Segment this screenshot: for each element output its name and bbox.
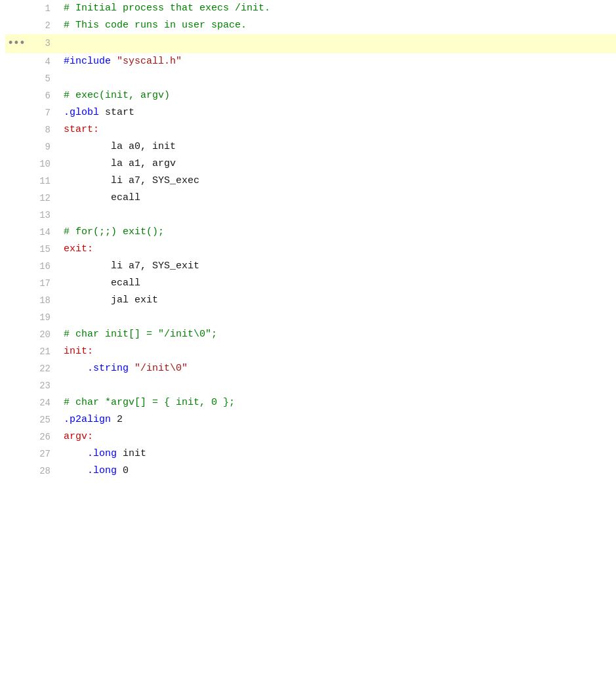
code-line: 24# char *argv[] = { init, 0 };	[5, 394, 616, 411]
code-line: 10 la a1, argv	[5, 155, 616, 173]
code-line: 27 .long init	[5, 445, 616, 463]
code-line: 19	[5, 309, 616, 326]
line-code[interactable]: .string "/init\0"	[61, 360, 616, 377]
code-line: 5	[5, 70, 616, 87]
code-line: 23	[5, 377, 616, 394]
line-code[interactable]: # Initial process that execs /init.	[61, 0, 616, 17]
line-code[interactable]: argv:	[61, 428, 616, 445]
line-code[interactable]: ecall	[61, 275, 616, 292]
line-code[interactable]	[61, 35, 616, 52]
code-editor: 1# Initial process that execs /init.2# T…	[0, 0, 616, 681]
code-line: 7.globl start	[5, 104, 616, 121]
code-line: 11 li a7, SYS_exec	[5, 173, 616, 190]
line-code[interactable]: # exec(init, argv)	[61, 87, 616, 104]
code-line: •••3	[5, 34, 616, 53]
code-line: 17 ecall	[5, 275, 616, 292]
code-line: 2# This code runs in user space.	[5, 17, 616, 34]
line-number: 14	[25, 224, 61, 241]
line-number: 13	[25, 207, 61, 224]
code-line: 13	[5, 207, 616, 224]
line-code[interactable]	[61, 377, 616, 394]
code-line: 4#include "syscall.h"	[5, 53, 616, 70]
line-number: 22	[25, 360, 61, 377]
line-code[interactable]: # char *argv[] = { init, 0 };	[61, 394, 616, 411]
line-number: 2	[25, 17, 61, 34]
line-code[interactable]: la a1, argv	[61, 155, 616, 173]
line-number: 16	[25, 258, 61, 275]
line-code[interactable]: # This code runs in user space.	[61, 17, 616, 34]
line-number: 3	[25, 35, 61, 52]
code-content: 1# Initial process that execs /init.2# T…	[0, 0, 616, 681]
line-number: 24	[25, 394, 61, 411]
line-number: 9	[25, 138, 61, 155]
code-line: 16 li a7, SYS_exit	[5, 258, 616, 275]
code-line: 8start:	[5, 121, 616, 138]
line-number: 20	[25, 326, 61, 343]
code-line: 9 la a0, init	[5, 138, 616, 155]
line-code[interactable]: jal exit	[61, 292, 616, 309]
line-code[interactable]: li a7, SYS_exec	[61, 173, 616, 190]
line-number: 7	[25, 104, 61, 121]
line-code[interactable]: # char init[] = "/init\0";	[61, 326, 616, 343]
line-number: 1	[25, 0, 61, 17]
line-code[interactable]: #include "syscall.h"	[61, 53, 616, 70]
line-number: 25	[25, 411, 61, 428]
code-line: 28 .long 0	[5, 463, 616, 480]
code-line: 25.p2align 2	[5, 411, 616, 428]
line-number: 8	[25, 121, 61, 138]
line-code[interactable]: # for(;;) exit();	[61, 224, 616, 241]
line-code[interactable]: li a7, SYS_exit	[61, 258, 616, 275]
line-number: 4	[25, 53, 61, 70]
code-line: 20# char init[] = "/init\0";	[5, 326, 616, 343]
line-number: 27	[25, 445, 61, 463]
code-line: 21init:	[5, 343, 616, 360]
line-code[interactable]: start:	[61, 121, 616, 138]
line-code[interactable]	[61, 70, 616, 87]
line-code[interactable]: init:	[61, 343, 616, 360]
line-code[interactable]: .p2align 2	[61, 411, 616, 428]
line-number: 17	[25, 275, 61, 292]
code-line: 22 .string "/init\0"	[5, 360, 616, 377]
line-number: 5	[25, 70, 61, 87]
code-line: 6# exec(init, argv)	[5, 87, 616, 104]
line-code[interactable]: .globl start	[61, 104, 616, 121]
code-line: 18 jal exit	[5, 292, 616, 309]
line-number: 19	[25, 309, 61, 326]
line-number: 15	[25, 241, 61, 258]
line-number: 21	[25, 343, 61, 360]
code-line: 15exit:	[5, 241, 616, 258]
line-code[interactable]: .long init	[61, 445, 616, 463]
code-line: 12 ecall	[5, 190, 616, 207]
line-number: 23	[25, 377, 61, 394]
line-code[interactable]	[61, 309, 616, 326]
line-number: 18	[25, 292, 61, 309]
line-code[interactable]: la a0, init	[61, 138, 616, 155]
line-code[interactable]: .long 0	[61, 463, 616, 480]
line-code[interactable]: exit:	[61, 241, 616, 258]
code-line: 1# Initial process that execs /init.	[5, 0, 616, 17]
line-code[interactable]	[61, 207, 616, 224]
line-number: 6	[25, 87, 61, 104]
breakpoint-area[interactable]: •••	[5, 34, 25, 53]
code-line: 26argv:	[5, 428, 616, 445]
line-code[interactable]: ecall	[61, 190, 616, 207]
line-number: 12	[25, 190, 61, 207]
line-number: 28	[25, 463, 61, 480]
line-number: 10	[25, 155, 61, 173]
line-number: 11	[25, 173, 61, 190]
code-line: 14# for(;;) exit();	[5, 224, 616, 241]
line-number: 26	[25, 428, 61, 445]
